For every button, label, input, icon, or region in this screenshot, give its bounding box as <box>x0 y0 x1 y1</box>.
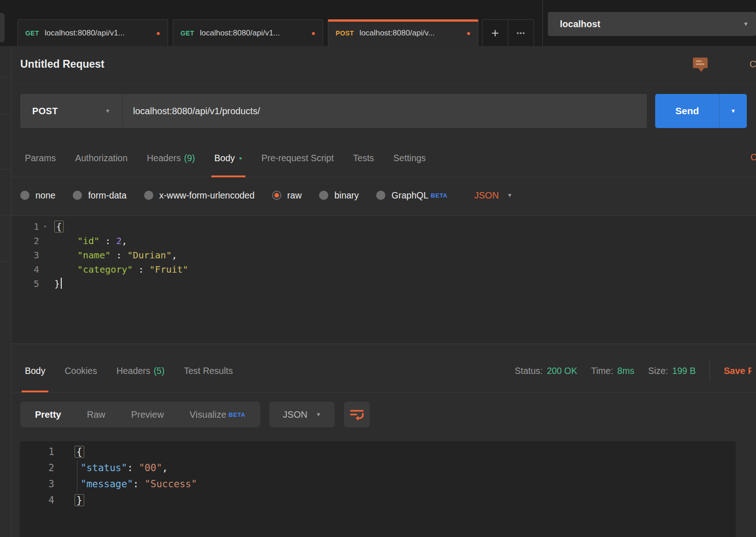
send-options-button[interactable]: ▼ <box>719 94 747 128</box>
response-headers-count-badge: (5) <box>154 366 165 376</box>
tab-body[interactable]: Body ● <box>205 139 252 177</box>
tab-authorization[interactable]: Authorization <box>65 139 137 177</box>
cookies-link[interactable]: Cookies <box>750 152 756 163</box>
radio-icon <box>376 191 385 200</box>
code-line: 3 "message": "Success" <box>20 476 736 492</box>
response-view-toolbar: Pretty Raw Preview Visualize BETA JSON ▼ <box>20 402 370 427</box>
chevron-down-icon: ▼ <box>105 108 110 114</box>
save-response-button[interactable]: Save Response <box>724 366 751 376</box>
selected-language: JSON <box>474 190 499 201</box>
body-type-option-graphql[interactable]: GraphQL BETA <box>376 190 448 201</box>
unsaved-dot-icon: ● <box>156 29 160 37</box>
line-number: 2 <box>20 462 54 473</box>
response-tab-body[interactable]: Body <box>15 350 55 392</box>
open-request-tabs: GET localhost:8080/api/v1... ● GET local… <box>17 19 483 46</box>
view-preview[interactable]: Preview <box>118 402 177 427</box>
response-view-switch: Pretty Raw Preview Visualize BETA <box>20 402 260 427</box>
response-language-dropdown[interactable]: JSON ▼ <box>269 402 335 427</box>
response-tab-test-results[interactable]: Test Results <box>174 350 242 392</box>
tab-pre-request-script[interactable]: Pre-request Script <box>252 139 343 177</box>
code-line: 4 "category" : "Fruit" <box>12 262 756 276</box>
tab-params[interactable]: Params <box>15 139 65 177</box>
environment-selector[interactable]: localhost ▼ <box>548 12 756 36</box>
body-type-option-binary[interactable]: binary <box>319 190 359 201</box>
tab-url-label: localhost:8080/api/v... <box>360 29 462 38</box>
response-tab-cookies[interactable]: Cookies <box>55 350 106 392</box>
size-badge: Size: 199 B <box>648 366 696 376</box>
sidebar-collapsed-strip[interactable] <box>0 46 12 537</box>
line-number: 5 <box>12 278 39 289</box>
indent-guide <box>77 461 77 492</box>
wrap-text-button[interactable] <box>344 402 370 427</box>
code-line: 2 "id" : 2, <box>12 233 756 248</box>
line-number: 1 <box>12 221 39 232</box>
send-button-group: Send ▼ <box>655 94 747 128</box>
view-visualize[interactable]: Visualize BETA <box>177 402 258 427</box>
headers-count-badge: (9) <box>184 153 195 163</box>
body-type-option-none[interactable]: none <box>20 190 55 201</box>
topbar: GET localhost:8080/api/v1... ● GET local… <box>0 0 756 46</box>
view-raw[interactable]: Raw <box>74 402 118 427</box>
body-type-option-form-data[interactable]: form-data <box>73 190 126 201</box>
request-url-bar: POST ▼ localhost:8080/api/v1/products/ S… <box>20 94 747 128</box>
method-dropdown[interactable]: POST ▼ <box>20 94 122 128</box>
environment-name: localhost <box>560 19 600 29</box>
radio-icon <box>144 191 153 200</box>
tab-settings[interactable]: Settings <box>384 139 435 177</box>
raw-language-dropdown[interactable]: JSON ▼ <box>474 190 512 201</box>
beta-badge: BETA <box>431 192 448 199</box>
line-number: 4 <box>12 264 39 275</box>
body-type-option-raw-selected[interactable]: raw <box>272 190 302 201</box>
line-number: 2 <box>12 235 39 246</box>
new-tab-button[interactable]: + <box>483 20 508 46</box>
method-badge: GET <box>180 29 194 37</box>
code-line: 5 } <box>12 276 756 291</box>
tab-headers[interactable]: Headers (9) <box>137 139 205 177</box>
send-button[interactable]: Send <box>655 94 719 128</box>
wrap-text-icon <box>349 408 365 421</box>
response-tab-headers[interactable]: Headers (5) <box>107 350 174 392</box>
response-body-viewer[interactable]: 1 { 2 "status": "00", 3 "message": "Succ… <box>20 441 736 537</box>
selected-method: POST <box>32 106 58 117</box>
request-tab-3-active[interactable]: POST localhost:8080/api/v... ● <box>328 19 478 46</box>
response-meta: Status: 200 OK Time: 8ms Size: 199 B Sav… <box>515 350 751 392</box>
chevron-down-icon: ▼ <box>507 192 512 198</box>
request-title-row: Untitled Request Comments <box>12 46 756 84</box>
comments-link[interactable]: Comments <box>750 58 756 70</box>
url-input[interactable]: localhost:8080/api/v1/products/ <box>122 94 647 128</box>
unsaved-dot-icon: ● <box>466 29 471 37</box>
tab-options-button[interactable]: ••• <box>508 20 534 46</box>
line-number: 1 <box>20 446 54 457</box>
line-number: 3 <box>12 250 39 261</box>
sidebar-divider <box>0 114 11 114</box>
tab-url-label: localhost:8080/api/v1... <box>200 29 307 38</box>
radio-icon <box>20 191 29 200</box>
selected-language: JSON <box>283 409 307 420</box>
sidebar-divider <box>0 77 11 77</box>
sidebar-divider <box>0 215 11 216</box>
fold-caret-icon[interactable]: ▾ <box>39 223 51 230</box>
tab-tests[interactable]: Tests <box>343 139 384 177</box>
url-value: localhost:8080/api/v1/products/ <box>133 106 260 117</box>
tab-actions: + ••• <box>482 19 534 46</box>
comments-icon[interactable] <box>692 57 709 74</box>
open-brace: { <box>54 221 64 233</box>
request-tab-1[interactable]: GET localhost:8080/api/v1... ● <box>17 19 168 46</box>
sidebar-divider <box>0 261 11 262</box>
close-brace: } <box>75 494 84 506</box>
request-body-editor[interactable]: 1 ▾ { 2 "id" : 2, 3 "name" : "Durian", 4… <box>12 216 756 343</box>
method-badge: GET <box>25 29 39 37</box>
radio-icon <box>319 191 328 200</box>
status-badge: Status: 200 OK <box>515 366 577 376</box>
body-modified-dot-icon: ● <box>239 155 242 161</box>
code-line: 4 } <box>20 492 736 508</box>
body-type-option-urlencoded[interactable]: x-www-form-urlencoded <box>144 190 255 201</box>
request-tab-2[interactable]: GET localhost:8080/api/v1... ● <box>173 19 323 46</box>
line-number: 3 <box>20 479 54 490</box>
response-section-tabs: Body Cookies Headers (5) Test Results St… <box>12 350 756 392</box>
radio-icon <box>73 191 82 200</box>
view-pretty[interactable]: Pretty <box>22 402 74 427</box>
sidebar-divider <box>0 169 11 169</box>
close-brace: } <box>54 278 60 289</box>
code-line: 1 ▾ { <box>12 219 756 233</box>
